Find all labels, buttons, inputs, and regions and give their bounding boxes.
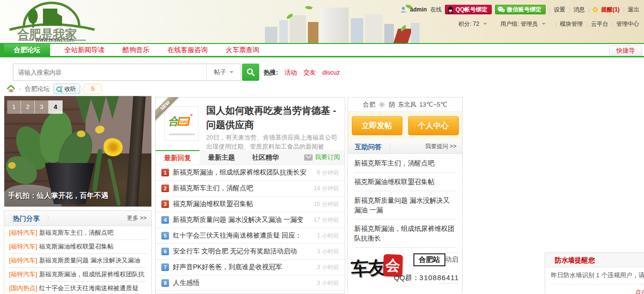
credits-dropdown[interactable]: 积分: 72 bbox=[458, 20, 479, 28]
qa-item[interactable]: 新福克斯车主们，清醒点吧 bbox=[354, 154, 456, 173]
rank-badge: 1 bbox=[161, 169, 169, 176]
item-tag: [福特汽车] bbox=[9, 271, 37, 278]
post-row: 1新福克斯漏油，组成纸尿裤维权团队抗衡长安6 分钟前 bbox=[156, 165, 345, 181]
ask-question-link[interactable]: 我要提问 >> bbox=[425, 142, 456, 151]
subscribe-button[interactable]: 我要订阅 bbox=[304, 150, 345, 164]
pager-1[interactable]: 1 bbox=[7, 100, 21, 114]
post-row: 6安全行车 文明合肥 无记分有奖励活动启动3 小时前 bbox=[156, 244, 345, 260]
hot-link-discuz[interactable]: discuz bbox=[322, 69, 340, 76]
search-type-label: 帖子 bbox=[214, 68, 226, 76]
qq-icon bbox=[447, 6, 454, 13]
post-title-link[interactable]: 好声音PK好爸爸，到底谁是收视冠军 bbox=[173, 263, 282, 272]
module-admin-link[interactable]: 模块管理 bbox=[560, 20, 583, 28]
hot-link-friends[interactable]: 交友 bbox=[304, 69, 316, 76]
post-time: 17 分钟前 bbox=[310, 216, 339, 224]
admin-center-link[interactable]: 管理中心 bbox=[616, 20, 639, 28]
usergroup-dropdown[interactable]: 用户组: 管理员 bbox=[500, 20, 538, 28]
weather-bar: 合肥 阴 东北风 13℃~5℃ bbox=[348, 98, 462, 112]
qa-item[interactable]: 新福克斯漏油，组成纸尿裤维权团队抗衡长 bbox=[354, 219, 456, 248]
messages-link[interactable]: 消息 bbox=[573, 6, 585, 14]
search-input[interactable] bbox=[13, 64, 206, 80]
online-status: 在线 bbox=[430, 6, 442, 14]
search-type-dropdown[interactable]: 帖子 bbox=[206, 64, 241, 80]
wechat-bind-button[interactable]: 微信账号绑定 bbox=[495, 5, 546, 14]
featured-title[interactable]: 国人如何敢再吃麦当劳肯德基 - 问题供应商 bbox=[206, 103, 341, 132]
post-time: 6 分钟前 bbox=[313, 169, 339, 177]
main-content-panel: NEW 合 swj ♥ 国人如何敢再吃麦当劳肯德基 - 问题供应商 20日，有关… bbox=[155, 97, 345, 294]
listen-button[interactable]: 收听 bbox=[53, 84, 80, 94]
new-ribbon-label: NEW bbox=[155, 97, 181, 123]
waterwall-title: 防水墙提醒您 bbox=[545, 253, 644, 267]
user-icon bbox=[400, 6, 407, 13]
reminder-link[interactable]: 提醒(1) bbox=[601, 6, 620, 14]
waterwall-panel: 防水墙提醒您 昨日防水墙识别 1 个违规用户，请马上 点击进入[ bbox=[545, 252, 644, 294]
qq-bind-button[interactable]: QQ帐号绑定 bbox=[445, 5, 492, 14]
profile-center-button[interactable]: 个人中心 bbox=[408, 116, 459, 135]
rank-badge: 4 bbox=[161, 216, 169, 224]
hot-share-more-link[interactable]: 更多 >> bbox=[127, 214, 147, 222]
tab-community-digest[interactable]: 社区精华 bbox=[243, 150, 287, 164]
post-time: 3 小时前 bbox=[313, 248, 339, 256]
rank-badge: 7 bbox=[161, 263, 169, 271]
item-text: 新福克斯车主们，清醒点吧 bbox=[39, 229, 114, 236]
hot-search: 热搜: 活动 交友 discuz bbox=[264, 68, 340, 77]
nav-item-news[interactable]: 全站新闻导读 bbox=[64, 46, 105, 54]
post-title-link[interactable]: 安全行车 文明合肥 无记分有奖励活动启动 bbox=[173, 247, 297, 256]
site-logo[interactable]: 合肥是我家 www.hfswj.com bbox=[4, 0, 99, 42]
post-title-link[interactable]: 新福克斯质量问题 漏水没解决又漏油 一漏变 bbox=[173, 216, 304, 224]
post-time: 1 小时前 bbox=[313, 232, 339, 240]
qq-bind-label: QQ帐号绑定 bbox=[455, 6, 487, 14]
item-text: 红十字会三伏天往海南送棉被遭质疑 bbox=[39, 284, 138, 292]
listen-icon bbox=[56, 86, 63, 93]
home-icon[interactable] bbox=[7, 85, 15, 93]
cloud-platform-link[interactable]: 云平台 bbox=[591, 20, 608, 28]
nav-tab-forum[interactable]: 合肥论坛 bbox=[4, 44, 50, 56]
qa-title: 互助问答 bbox=[355, 139, 381, 154]
username-link[interactable]: admin bbox=[410, 6, 427, 13]
item-tag: [福特汽车] bbox=[9, 229, 37, 236]
nav-item-train[interactable]: 火车票查询 bbox=[226, 46, 259, 54]
separator: | bbox=[569, 6, 570, 13]
separator: | bbox=[612, 21, 613, 27]
post-title-link[interactable]: 人生感悟 bbox=[173, 279, 200, 287]
hot-link-activity[interactable]: 活动 bbox=[285, 69, 297, 76]
pager-2[interactable]: 2 bbox=[21, 100, 35, 114]
hot-share-item[interactable]: [福特汽车] 新福克斯车主们，清醒点吧 bbox=[9, 226, 147, 240]
tab-latest-topics[interactable]: 最新主题 bbox=[200, 150, 243, 164]
tab-latest-replies[interactable]: 最新回复 bbox=[156, 150, 200, 164]
post-title-link[interactable]: 红十字会三伏天往海南送棉被遭质疑 回应： bbox=[173, 231, 302, 240]
listen-count-badge[interactable]: 5 bbox=[84, 84, 102, 94]
hot-share-header: 热门分享 〉 更多 >> bbox=[4, 211, 151, 226]
slide-caption[interactable]: 手机拍：仙人掌开花，百年不遇 bbox=[8, 191, 108, 200]
logout-link[interactable]: 退出 bbox=[628, 6, 639, 14]
new-post-button[interactable]: 立即发帖 bbox=[352, 116, 402, 135]
search-button[interactable] bbox=[242, 64, 259, 81]
hot-share-item[interactable]: [福特汽车] 新福克斯漏油，组成纸尿裤维权团队抗 bbox=[9, 268, 147, 282]
nav-item-music[interactable]: 酷狗音乐 bbox=[123, 46, 149, 54]
hot-share-item[interactable]: [福特汽车] 新福克斯质量问题 漏水没解决又漏油 bbox=[9, 254, 147, 268]
hot-share-item[interactable]: [福特汽车] 福克斯漏油维权联盟召集帖 bbox=[9, 240, 147, 254]
post-row: 8人生感悟3 小时前 bbox=[156, 275, 345, 291]
chevron-down-icon bbox=[483, 23, 487, 27]
pager-4-active[interactable]: 4 bbox=[49, 100, 63, 114]
user-bar: admin 在线 QQ帐号绑定 微信账号绑定 | 设置 | 消息 | 提醒(1)… bbox=[400, 4, 639, 30]
breadcrumb-forum-link[interactable]: 合肥论坛 bbox=[25, 85, 50, 93]
post-title-link[interactable]: 新福克斯漏油，组成纸尿裤维权团队抗衡长安 bbox=[173, 168, 306, 177]
photo-flower-bud bbox=[94, 125, 105, 135]
chevron-down-icon bbox=[230, 71, 233, 75]
qa-item[interactable]: 福克斯漏油维权联盟召集帖 bbox=[354, 173, 456, 191]
photo-slider[interactable]: 1 2 3 4 手机拍：仙人掌开花，百年不遇 bbox=[4, 96, 152, 207]
hot-share-item[interactable]: [国内热点] 红十字会三伏天往海南送棉被遭质疑 bbox=[9, 282, 147, 294]
separator: | bbox=[588, 6, 590, 13]
waterwall-enter-link[interactable]: 点击进入[ bbox=[635, 288, 644, 294]
qa-item[interactable]: 新福克斯质量问题 漏水没解决又漏油 一漏 bbox=[354, 191, 456, 219]
quick-nav-button[interactable]: 快捷导 bbox=[609, 45, 642, 55]
weather-temp: 13℃~5℃ bbox=[419, 101, 447, 108]
post-title-link[interactable]: 新福克斯车主们，清醒点吧 bbox=[173, 184, 253, 193]
action-buttons: 立即发帖 个人中心 bbox=[348, 112, 462, 140]
nav-item-service[interactable]: 在线客服咨询 bbox=[168, 46, 208, 54]
separator: | bbox=[549, 6, 550, 13]
settings-link[interactable]: 设置 bbox=[554, 6, 565, 14]
post-title-link[interactable]: 福克斯漏油维权联盟召集帖 bbox=[173, 200, 253, 208]
pager-3[interactable]: 3 bbox=[35, 100, 49, 114]
